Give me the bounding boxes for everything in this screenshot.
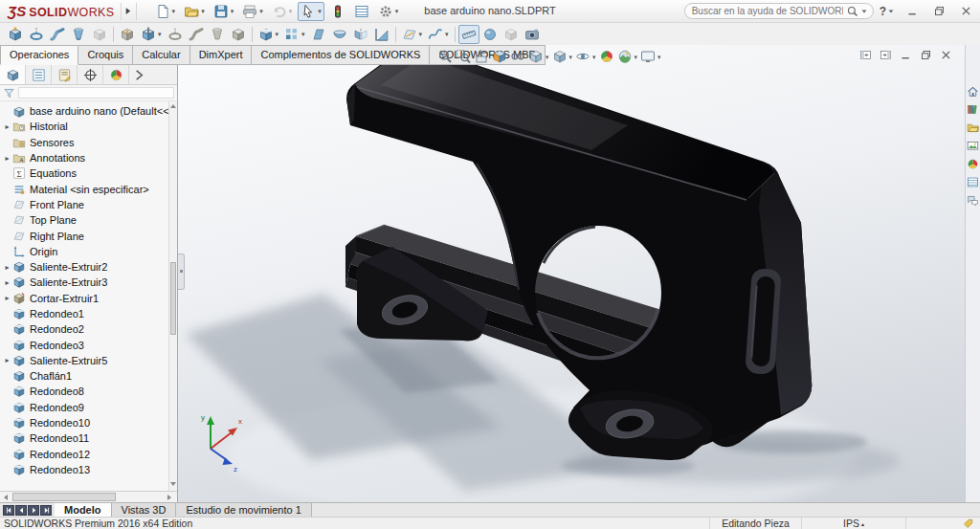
ribbon-button[interactable]	[308, 25, 329, 44]
tree-item[interactable]: Origin	[2, 244, 177, 259]
dropdown-caret-icon[interactable]: ▾	[318, 8, 322, 14]
toolbar-button[interactable]: ▾	[181, 2, 208, 21]
ribbon-button[interactable]	[371, 25, 392, 44]
ribbon-button[interactable]	[165, 25, 186, 44]
scroll-left-icon[interactable]	[4, 495, 8, 500]
tree-item[interactable]: Right Plane	[2, 228, 177, 243]
tree-item[interactable]: ΣEquations	[2, 165, 177, 181]
ribbon-button[interactable]: ▾	[138, 25, 165, 44]
tree-item[interactable]: Redondeo9	[2, 400, 177, 415]
ribbon-button[interactable]: ▾	[399, 25, 426, 44]
graphics-area[interactable]: x y z ▾▾▾▾▾	[178, 45, 965, 502]
view-tool-button[interactable]: ▾	[616, 48, 639, 65]
view-tab[interactable]: Vistas 3D	[112, 503, 177, 517]
menu-flyout-arrow-icon[interactable]	[121, 3, 137, 20]
panel-tab[interactable]	[52, 65, 78, 84]
ribbon-button[interactable]	[501, 25, 522, 44]
tree-item[interactable]: ▸Cortar-Extruir1	[2, 291, 177, 306]
help-caret-icon[interactable]	[887, 8, 895, 15]
ribbon-button[interactable]	[350, 25, 371, 44]
taskpane-button[interactable]	[967, 85, 980, 99]
dropdown-caret-icon[interactable]: ▾	[657, 54, 661, 60]
model-3d-part[interactable]: x y z	[178, 45, 965, 502]
tree-item[interactable]: Redondeo10	[2, 415, 177, 430]
minimize-button[interactable]	[901, 2, 924, 21]
commandmanager-tab[interactable]: DimXpert	[190, 45, 253, 65]
panel-tab[interactable]	[0, 65, 26, 84]
doc-window-button[interactable]	[920, 49, 933, 62]
scroll-down-icon[interactable]	[170, 482, 176, 486]
tree-item[interactable]: Redondeo3	[2, 337, 177, 352]
search-icon[interactable]	[847, 6, 858, 17]
scrollbar-thumb[interactable]	[170, 262, 176, 335]
scroll-right-icon[interactable]	[167, 495, 171, 500]
expand-arrow-icon[interactable]: ▸	[2, 356, 12, 364]
ribbon-button[interactable]	[89, 25, 110, 44]
doc-window-button[interactable]	[900, 49, 913, 62]
ribbon-button[interactable]	[479, 25, 501, 44]
view-tool-button[interactable]: ▾	[574, 48, 597, 65]
dropdown-caret-icon[interactable]: ▾	[231, 8, 234, 14]
commandmanager-tab[interactable]: Croquis	[78, 45, 133, 65]
taskpane-button[interactable]	[967, 176, 980, 189]
ribbon-button[interactable]	[458, 25, 479, 44]
close-button[interactable]	[954, 2, 977, 21]
tree-item[interactable]: ▸Saliente-Extruir2	[2, 259, 177, 275]
ribbon-button[interactable]	[117, 25, 138, 44]
tree-item[interactable]: ▸AAnnotations	[2, 150, 177, 165]
view-tool-button[interactable]	[509, 48, 526, 65]
tree-item[interactable]: Redondeo1	[2, 306, 177, 321]
tree-horizontal-scrollbar[interactable]	[0, 491, 177, 502]
tree-item[interactable]: Redondeo13	[2, 462, 177, 477]
ribbon-button[interactable]: ▾	[425, 25, 452, 44]
tree-root-item[interactable]: base arduino nano (Default<<Default>	[2, 103, 177, 119]
dropdown-caret-icon[interactable]: ▾	[546, 54, 549, 60]
ribbon-button[interactable]: ▾	[256, 25, 282, 44]
dropdown-caret-icon[interactable]: ▾	[301, 31, 305, 37]
tree-item[interactable]: Redondeo8	[2, 384, 177, 399]
panel-tab[interactable]	[103, 65, 129, 84]
dropdown-caret-icon[interactable]: ▾	[635, 54, 638, 60]
toolbar-button[interactable]: ▾	[298, 2, 324, 21]
toolbar-button[interactable]: ▾	[211, 2, 237, 21]
tag-icon[interactable]	[962, 518, 975, 529]
view-tool-button[interactable]	[473, 48, 490, 65]
ribbon-button[interactable]	[68, 25, 89, 44]
dropdown-caret-icon[interactable]: ▾	[445, 31, 449, 37]
doc-window-button[interactable]	[940, 49, 953, 62]
expand-arrow-icon[interactable]: ▸	[2, 122, 12, 131]
search-caret-icon[interactable]	[860, 8, 868, 15]
restore-button[interactable]	[927, 2, 950, 21]
tree-item[interactable]: Redondeo11	[2, 430, 177, 446]
filter-input[interactable]	[18, 87, 174, 99]
panel-tab[interactable]	[26, 65, 52, 84]
prev-tab-button[interactable]	[15, 505, 27, 516]
view-tool-button[interactable]	[491, 48, 508, 65]
view-tab[interactable]: Modelo	[55, 503, 112, 517]
view-tool-button[interactable]: ▾	[639, 48, 662, 65]
filter-funnel-icon[interactable]	[3, 87, 15, 99]
toolbar-button[interactable]	[327, 2, 348, 21]
view-tab[interactable]: Estudio de movimiento 1	[176, 503, 311, 517]
dropdown-caret-icon[interactable]: ▾	[289, 8, 293, 14]
ribbon-button[interactable]	[329, 25, 350, 44]
expand-arrow-icon[interactable]: ▸	[2, 263, 12, 272]
expand-arrow-icon[interactable]: ▸	[2, 154, 12, 163]
scrollbar-thumb[interactable]	[12, 493, 116, 501]
dropdown-caret-icon[interactable]: ▾	[419, 31, 423, 37]
tree-item[interactable]: Material <sin especificar>	[2, 181, 177, 196]
units-caret-icon[interactable]: ▴	[861, 520, 864, 527]
toolbar-button[interactable]: ▾	[239, 2, 266, 21]
commandmanager-tab[interactable]: Calcular	[133, 45, 189, 65]
doc-window-button[interactable]	[859, 49, 873, 62]
commandmanager-tab[interactable]: Complementos de SOLIDWORKS	[252, 45, 430, 65]
ribbon-button[interactable]	[5, 25, 26, 44]
toolbar-button[interactable]: ▾	[375, 2, 402, 21]
tree-vertical-scrollbar[interactable]	[168, 101, 177, 491]
tree-item[interactable]: Redondeo2	[2, 321, 177, 337]
scroll-up-icon[interactable]	[170, 104, 176, 108]
tree-item[interactable]: ▸Historial	[2, 119, 177, 134]
ribbon-button[interactable]	[47, 25, 68, 44]
dropdown-caret-icon[interactable]: ▾	[158, 31, 162, 37]
help-button[interactable]: ?	[878, 5, 897, 18]
